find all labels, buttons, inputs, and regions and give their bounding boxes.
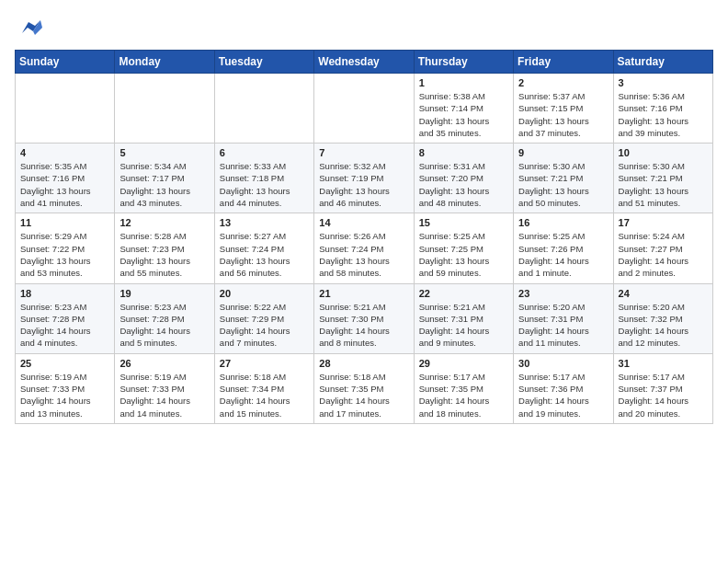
day-number: 18: [20, 288, 109, 299]
logo: [15, 15, 46, 42]
day-number: 4: [20, 147, 109, 158]
day-info: Sunrise: 5:30 AM Sunset: 7:21 PM Dayligh…: [518, 160, 608, 209]
calendar-cell: 8Sunrise: 5:31 AM Sunset: 7:20 PM Daylig…: [414, 144, 513, 213]
calendar-cell: 28Sunrise: 5:18 AM Sunset: 7:35 PM Dayli…: [314, 353, 414, 423]
day-info: Sunrise: 5:36 AM Sunset: 7:16 PM Dayligh…: [619, 90, 708, 139]
calendar-cell: [115, 74, 214, 144]
day-info: Sunrise: 5:19 AM Sunset: 7:33 PM Dayligh…: [119, 371, 209, 419]
calendar-cell: 29Sunrise: 5:17 AM Sunset: 7:35 PM Dayli…: [414, 353, 513, 423]
day-info: Sunrise: 5:24 AM Sunset: 7:27 PM Dayligh…: [619, 230, 708, 279]
day-info: Sunrise: 5:18 AM Sunset: 7:35 PM Dayligh…: [319, 371, 408, 419]
calendar-cell: 30Sunrise: 5:17 AM Sunset: 7:36 PM Dayli…: [514, 353, 613, 423]
calendar-cell: 6Sunrise: 5:33 AM Sunset: 7:18 PM Daylig…: [214, 144, 313, 213]
day-number: 21: [319, 288, 408, 299]
day-number: 25: [20, 358, 109, 369]
day-info: Sunrise: 5:17 AM Sunset: 7:37 PM Dayligh…: [619, 371, 708, 419]
calendar-cell: 7Sunrise: 5:32 AM Sunset: 7:19 PM Daylig…: [314, 144, 414, 213]
calendar-week-1: 1Sunrise: 5:38 AM Sunset: 7:14 PM Daylig…: [16, 74, 713, 144]
day-number: 9: [518, 147, 608, 158]
calendar-cell: 17Sunrise: 5:24 AM Sunset: 7:27 PM Dayli…: [613, 213, 712, 283]
day-info: Sunrise: 5:25 AM Sunset: 7:25 PM Dayligh…: [419, 230, 508, 279]
calendar-cell: 11Sunrise: 5:29 AM Sunset: 7:22 PM Dayli…: [16, 213, 115, 283]
day-number: 2: [518, 77, 608, 88]
day-info: Sunrise: 5:27 AM Sunset: 7:24 PM Dayligh…: [220, 230, 309, 279]
calendar-table: SundayMondayTuesdayWednesdayThursdayFrid…: [15, 50, 713, 424]
weekday-header-thursday: Thursday: [414, 51, 513, 74]
day-number: 5: [119, 147, 209, 158]
day-info: Sunrise: 5:22 AM Sunset: 7:29 PM Dayligh…: [220, 301, 309, 350]
day-number: 31: [619, 358, 708, 369]
day-info: Sunrise: 5:21 AM Sunset: 7:30 PM Dayligh…: [319, 301, 408, 350]
calendar-cell: [214, 74, 313, 144]
calendar-week-3: 11Sunrise: 5:29 AM Sunset: 7:22 PM Dayli…: [16, 213, 713, 283]
weekday-header-tuesday: Tuesday: [214, 51, 313, 74]
calendar-cell: 27Sunrise: 5:18 AM Sunset: 7:34 PM Dayli…: [214, 353, 313, 423]
calendar-cell: 23Sunrise: 5:20 AM Sunset: 7:31 PM Dayli…: [514, 283, 613, 353]
day-info: Sunrise: 5:17 AM Sunset: 7:35 PM Dayligh…: [419, 371, 508, 419]
day-info: Sunrise: 5:23 AM Sunset: 7:28 PM Dayligh…: [20, 301, 109, 350]
day-number: 24: [619, 288, 708, 299]
calendar-cell: 25Sunrise: 5:19 AM Sunset: 7:33 PM Dayli…: [16, 353, 115, 423]
weekday-header-saturday: Saturday: [613, 51, 712, 74]
day-number: 8: [419, 147, 508, 158]
day-number: 27: [220, 358, 309, 369]
day-number: 26: [119, 358, 209, 369]
calendar-cell: 3Sunrise: 5:36 AM Sunset: 7:16 PM Daylig…: [613, 74, 712, 144]
day-number: 1: [419, 77, 508, 88]
calendar-cell: 14Sunrise: 5:26 AM Sunset: 7:24 PM Dayli…: [314, 213, 414, 283]
calendar-cell: 5Sunrise: 5:34 AM Sunset: 7:17 PM Daylig…: [115, 144, 214, 213]
day-number: 30: [518, 358, 608, 369]
weekday-header-sunday: Sunday: [16, 51, 115, 74]
day-info: Sunrise: 5:23 AM Sunset: 7:28 PM Dayligh…: [119, 301, 209, 350]
day-info: Sunrise: 5:38 AM Sunset: 7:14 PM Dayligh…: [419, 90, 508, 139]
calendar-week-2: 4Sunrise: 5:35 AM Sunset: 7:16 PM Daylig…: [16, 144, 713, 213]
day-number: 22: [419, 288, 508, 299]
calendar-week-4: 18Sunrise: 5:23 AM Sunset: 7:28 PM Dayli…: [16, 283, 713, 353]
calendar-cell: 16Sunrise: 5:25 AM Sunset: 7:26 PM Dayli…: [514, 213, 613, 283]
calendar-cell: 31Sunrise: 5:17 AM Sunset: 7:37 PM Dayli…: [613, 353, 712, 423]
day-number: 12: [119, 217, 209, 228]
calendar-cell: [16, 74, 115, 144]
day-info: Sunrise: 5:25 AM Sunset: 7:26 PM Dayligh…: [518, 230, 608, 279]
day-info: Sunrise: 5:37 AM Sunset: 7:15 PM Dayligh…: [518, 90, 608, 139]
day-info: Sunrise: 5:35 AM Sunset: 7:16 PM Dayligh…: [20, 160, 109, 209]
calendar-cell: 26Sunrise: 5:19 AM Sunset: 7:33 PM Dayli…: [115, 353, 214, 423]
day-number: 29: [419, 358, 508, 369]
calendar-cell: 15Sunrise: 5:25 AM Sunset: 7:25 PM Dayli…: [414, 213, 513, 283]
day-number: 3: [619, 77, 708, 88]
calendar-cell: 12Sunrise: 5:28 AM Sunset: 7:23 PM Dayli…: [115, 213, 214, 283]
day-number: 23: [518, 288, 608, 299]
calendar-cell: 9Sunrise: 5:30 AM Sunset: 7:21 PM Daylig…: [514, 144, 613, 213]
day-number: 16: [518, 217, 608, 228]
day-number: 17: [619, 217, 708, 228]
day-info: Sunrise: 5:28 AM Sunset: 7:23 PM Dayligh…: [119, 230, 209, 279]
page-header: [15, 15, 713, 42]
day-info: Sunrise: 5:29 AM Sunset: 7:22 PM Dayligh…: [20, 230, 109, 279]
day-info: Sunrise: 5:31 AM Sunset: 7:20 PM Dayligh…: [419, 160, 508, 209]
day-info: Sunrise: 5:19 AM Sunset: 7:33 PM Dayligh…: [20, 371, 109, 419]
day-info: Sunrise: 5:34 AM Sunset: 7:17 PM Dayligh…: [119, 160, 209, 209]
calendar-cell: 20Sunrise: 5:22 AM Sunset: 7:29 PM Dayli…: [214, 283, 313, 353]
calendar-cell: 4Sunrise: 5:35 AM Sunset: 7:16 PM Daylig…: [16, 144, 115, 213]
calendar-cell: 13Sunrise: 5:27 AM Sunset: 7:24 PM Dayli…: [214, 213, 313, 283]
calendar-cell: 21Sunrise: 5:21 AM Sunset: 7:30 PM Dayli…: [314, 283, 414, 353]
weekday-header-wednesday: Wednesday: [314, 51, 414, 74]
calendar-cell: 10Sunrise: 5:30 AM Sunset: 7:21 PM Dayli…: [613, 144, 712, 213]
logo-icon: [15, 15, 42, 42]
day-info: Sunrise: 5:33 AM Sunset: 7:18 PM Dayligh…: [220, 160, 309, 209]
day-number: 13: [220, 217, 309, 228]
calendar-cell: 22Sunrise: 5:21 AM Sunset: 7:31 PM Dayli…: [414, 283, 513, 353]
weekday-header-friday: Friday: [514, 51, 613, 74]
day-number: 7: [319, 147, 408, 158]
day-number: 6: [220, 147, 309, 158]
day-number: 19: [119, 288, 209, 299]
calendar-cell: [314, 74, 414, 144]
day-info: Sunrise: 5:17 AM Sunset: 7:36 PM Dayligh…: [518, 371, 608, 419]
day-number: 28: [319, 358, 408, 369]
day-number: 14: [319, 217, 408, 228]
day-info: Sunrise: 5:26 AM Sunset: 7:24 PM Dayligh…: [319, 230, 408, 279]
day-number: 11: [20, 217, 109, 228]
day-number: 10: [619, 147, 708, 158]
day-info: Sunrise: 5:20 AM Sunset: 7:32 PM Dayligh…: [619, 301, 708, 350]
calendar-cell: 18Sunrise: 5:23 AM Sunset: 7:28 PM Dayli…: [16, 283, 115, 353]
